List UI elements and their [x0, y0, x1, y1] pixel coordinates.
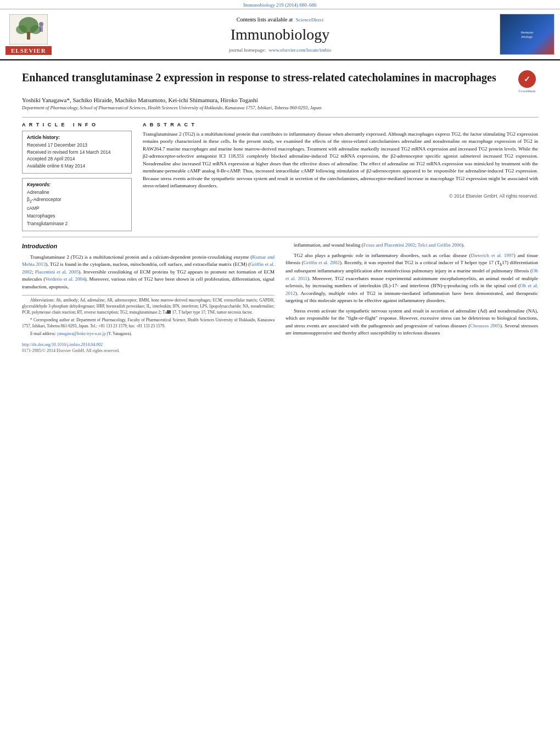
email-link[interactable]: yanagawa@hoku-iryo-u.ac.jp	[57, 331, 106, 336]
article-title-section: Enhanced transglutaminase 2 expression i…	[22, 70, 538, 93]
svg-point-2	[16, 25, 27, 34]
elsevier-label: ELSEVIER	[5, 46, 52, 55]
keyword-5: Transglutaminase 2	[27, 220, 127, 228]
keywords-label: Keywords:	[27, 182, 127, 187]
article-history-content: Received 17 December 2013 Received in re…	[27, 142, 127, 170]
homepage-url[interactable]: www.elsevier.com/locate/imbio	[268, 47, 331, 53]
crossmark-widget[interactable]: ✓ CrossMark	[516, 70, 538, 93]
keyword-2: β2-Adrenoceptor	[27, 196, 127, 205]
ref-oh2012[interactable]: Oh et al. 2012	[285, 283, 538, 296]
article-body: Enhanced transglutaminase 2 expression i…	[0, 60, 560, 360]
keyword-3: cAMP	[27, 205, 127, 213]
keywords-list: Adrenaline β2-Adrenoceptor cAMP Macropha…	[27, 189, 127, 227]
intro-right-p3: Stress events activate the sympathetic n…	[285, 308, 538, 337]
issn-line: 0171-2985/© 2014 Elsevier GmbH. All righ…	[22, 348, 275, 354]
body-right-col: inflammation, and wound healing (Fesus a…	[285, 242, 538, 354]
ref-dieterich[interactable]: Dieterich et al. 1997	[471, 253, 514, 258]
homepage-line: journal homepage: www.elsevier.com/locat…	[229, 47, 332, 53]
abstract-col: A B S T R A C T Transglutaminase 2 (TG2)…	[143, 122, 538, 231]
abstract-label: A B S T R A C T	[143, 122, 538, 127]
journal-top-bar: Immunobiology 219 (2014) 680–686	[0, 0, 560, 9]
article-info-col: A R T I C L E I N F O Article history: R…	[22, 122, 132, 231]
ref-fesus[interactable]: Fesus and Placentini 2002	[363, 242, 415, 248]
available-date: Available online 6 May 2014	[27, 163, 127, 170]
footnote-section: Abbreviations: Ab, antibody; Ad, adrenal…	[22, 295, 275, 354]
keyword-4: Macrophages	[27, 213, 127, 220]
body-left-col: Introduction Transglutaminase 2 (TG2) is…	[22, 242, 275, 354]
section-divider	[22, 237, 538, 237]
article-history-box: Article history: Received 17 December 20…	[22, 131, 132, 174]
doi-link[interactable]: http://dx.doi.org/10.1016/j.imbio.2014.0…	[22, 342, 275, 348]
article-info-label: A R T I C L E I N F O	[22, 122, 132, 127]
ref-chrousos[interactable]: Chrousos 2005	[470, 323, 500, 328]
ref-kumar[interactable]: Kumar and Mehta 2013	[22, 254, 275, 267]
article-info-abstract-section: A R T I C L E I N F O Article history: R…	[22, 117, 538, 231]
header-section: ELSEVIER Contents lists available at Sci…	[0, 9, 560, 60]
intro-right-p1: inflammation, and wound healing (Fesus a…	[285, 242, 538, 249]
contents-label: Contents lists available at	[237, 16, 293, 23]
introduction-heading: Introduction	[22, 242, 275, 251]
sciencedirect-link[interactable]: ScienceDirect	[296, 17, 323, 23]
header-right: Immunobiology	[494, 14, 555, 55]
header-left: ELSEVIER	[5, 14, 66, 55]
accepted-date: Accepted 28 April 2014	[27, 155, 127, 163]
ref-placentini[interactable]: Placentini et al. 2005	[35, 269, 79, 275]
affiliation: Department of Pharmacology, School of Ph…	[22, 105, 538, 111]
keyword-1: Adrenaline	[27, 189, 127, 197]
footnote-email: E-mail address: yanagawa@hoku-iryo-u.ac.…	[22, 331, 275, 337]
abstract-text: Transglutaminase 2 (TG2) is a multifunct…	[143, 131, 538, 190]
article-title: Enhanced transglutaminase 2 expression i…	[22, 70, 511, 85]
copyright-line: © 2014 Elsevier GmbH. All rights reserve…	[143, 193, 538, 199]
ref-oh2011[interactable]: Oh et al. 2011	[285, 268, 538, 281]
journal-thumbnail: Immunobiology	[500, 14, 555, 55]
journal-title: Immunobiology	[231, 26, 329, 43]
journal-citation: Immunobiology 219 (2014) 680–686	[243, 2, 317, 8]
crossmark-label: CrossMark	[518, 89, 535, 93]
svg-point-5	[39, 22, 43, 26]
ref-griffin2002b[interactable]: Griffin et al. 2002	[304, 260, 340, 265]
elsevier-logo: ELSEVIER	[5, 14, 52, 55]
ref-verderio[interactable]: Verderio et al. 2004	[45, 276, 85, 282]
authors-text: Yoshiki Yanagawa*, Sachiko Hiraide, Mach…	[22, 97, 258, 103]
authors: Yoshiki Yanagawa*, Sachiko Hiraide, Mach…	[22, 97, 538, 103]
ref-telci[interactable]: Telci and Griffin 2006	[418, 242, 462, 248]
intro-left-p1: Transglutaminase 2 (TG2) is a multifunct…	[22, 254, 275, 291]
intro-right-p2: TG2 also plays a pathogenic role in infl…	[285, 252, 538, 305]
svg-rect-4	[27, 32, 30, 40]
contents-line: Contents lists available at ScienceDirec…	[237, 16, 323, 23]
header-center: Contents lists available at ScienceDirec…	[71, 14, 489, 55]
homepage-label: journal homepage:	[229, 47, 266, 53]
article-history-title: Article history:	[27, 135, 127, 140]
revised-date: Received in revised form 14 March 2014	[27, 149, 127, 156]
body-two-col: Introduction Transglutaminase 2 (TG2) is…	[22, 242, 538, 354]
received-date: Received 17 December 2013	[27, 142, 127, 149]
footnote-abbrev: Abbreviations: Ab, antibody; Ad, adrenal…	[22, 298, 275, 316]
footnote-corresponding: * Corresponding author at: Department of…	[22, 317, 275, 330]
elsevier-tree-icon	[9, 14, 48, 44]
keywords-box: Keywords: Adrenaline β2-Adrenoceptor cAM…	[22, 178, 132, 231]
crossmark-icon: ✓	[518, 70, 536, 88]
svg-rect-6	[40, 26, 43, 32]
